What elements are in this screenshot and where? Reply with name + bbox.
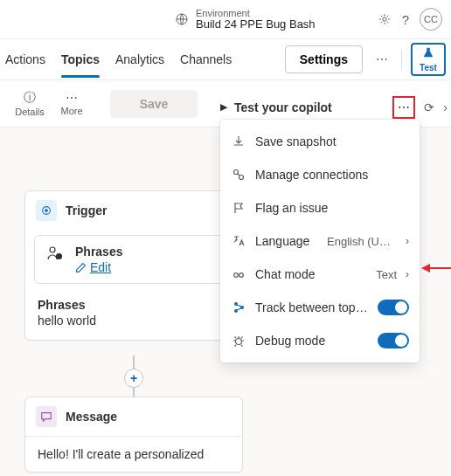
tab-actions[interactable]: Actions	[5, 42, 45, 77]
phrases-label: Phrases	[75, 245, 122, 259]
chevron-right-icon: ›	[406, 235, 409, 247]
tab-analytics[interactable]: Analytics	[115, 42, 164, 77]
bug-icon	[231, 334, 246, 348]
test-panel-dropdown: Save snapshot Manage connections Flag an…	[220, 120, 420, 362]
beaker-icon	[422, 46, 434, 62]
svg-point-15	[57, 254, 62, 259]
trigger-node[interactable]: Trigger Phrases Edit Phrases hello world	[24, 190, 243, 341]
chevron-right-icon[interactable]: ›	[443, 100, 448, 114]
menu-debug-mode[interactable]: Debug mode	[220, 324, 420, 357]
refresh-icon[interactable]: ⟳	[424, 100, 434, 114]
track-icon	[231, 300, 246, 314]
environment-block[interactable]: Environment Build 24 PPE Bug Bash	[175, 8, 316, 31]
flag-icon	[231, 201, 246, 215]
info-icon: ⓘ	[24, 90, 36, 106]
nav-tabs: Actions Topics Analytics Channels	[5, 42, 232, 77]
menu-chat-mode[interactable]: Chat mode Text ›	[220, 258, 420, 291]
translate-icon	[231, 234, 246, 248]
avatar[interactable]: CC	[420, 8, 442, 31]
test-button[interactable]: Test	[411, 43, 446, 76]
tab-channels[interactable]: Channels	[180, 42, 232, 77]
page-header: Environment Build 24 PPE Bug Bash ? CC	[0, 0, 451, 38]
environment-name: Build 24 PPE Bug Bash	[196, 18, 316, 31]
pencil-icon	[75, 262, 87, 273]
svg-point-13	[45, 210, 48, 212]
test-panel-title: Test your copilot	[234, 100, 332, 114]
help-icon[interactable]: ?	[402, 12, 409, 27]
phrases-card[interactable]: Phrases Edit	[34, 235, 233, 284]
trigger-title: Trigger	[66, 204, 107, 217]
svg-point-14	[50, 247, 55, 252]
svg-point-9	[236, 339, 242, 345]
test-panel-menu-button[interactable]: ⋯	[392, 96, 415, 119]
menu-flag-issue[interactable]: Flag an issue	[220, 191, 420, 224]
message-title: Message	[66, 410, 117, 424]
caret-right-icon[interactable]: ▶	[220, 101, 227, 113]
svg-point-1	[382, 17, 385, 21]
ellipsis-icon: ⋯	[66, 91, 79, 105]
svg-point-3	[239, 176, 244, 180]
secondary-bar: Actions Topics Analytics Channels Settin…	[0, 38, 451, 80]
tab-topics[interactable]: Topics	[61, 42, 100, 77]
globe-icon	[175, 12, 189, 26]
add-node-button[interactable]: +	[124, 369, 143, 388]
test-label: Test	[420, 63, 437, 72]
edit-phrases-link[interactable]: Edit	[75, 260, 122, 274]
menu-track-between-topics[interactable]: Track between topics	[220, 291, 420, 324]
save-button: Save	[110, 90, 198, 118]
gear-icon[interactable]	[378, 12, 392, 26]
menu-language[interactable]: Language English (United ... ›	[220, 224, 420, 258]
menu-save-snapshot[interactable]: Save snapshot	[220, 125, 420, 158]
more-button[interactable]: ⋯ More	[51, 91, 93, 116]
settings-button[interactable]: Settings	[285, 45, 363, 73]
svg-point-4	[234, 273, 239, 278]
phrases-body: Phrases hello world	[25, 293, 242, 340]
separator	[401, 49, 402, 70]
overflow-menu-button[interactable]: ⋯	[371, 52, 392, 66]
svg-marker-11	[421, 264, 430, 272]
link-icon	[231, 168, 246, 182]
message-body[interactable]: Hello! I'll create a personalized	[25, 437, 242, 472]
download-icon	[231, 135, 246, 148]
trigger-icon	[36, 200, 57, 221]
annotation-arrow	[421, 260, 451, 276]
svg-point-5	[239, 273, 244, 278]
menu-manage-connections[interactable]: Manage connections	[220, 158, 420, 191]
glasses-icon	[231, 267, 246, 281]
message-node[interactable]: Message Hello! I'll create a personalize…	[24, 397, 243, 473]
message-icon	[36, 406, 57, 427]
chevron-right-icon: ›	[406, 268, 409, 280]
svg-point-2	[234, 170, 239, 175]
details-button[interactable]: ⓘ Details	[9, 90, 51, 117]
person-chat-icon	[45, 245, 65, 274]
debug-toggle[interactable]	[378, 333, 409, 348]
track-toggle[interactable]	[378, 300, 409, 315]
